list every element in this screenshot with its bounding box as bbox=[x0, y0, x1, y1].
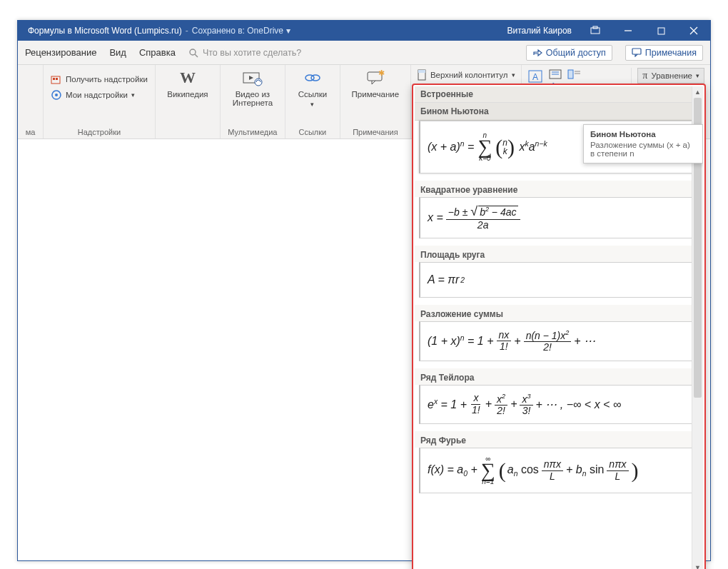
ribbon-display-button[interactable] bbox=[579, 21, 612, 41]
app-window: Формулы в Microsoft Word (Lumpics.ru) - … bbox=[17, 20, 711, 561]
svg-rect-11 bbox=[56, 78, 58, 80]
pi-icon: π bbox=[642, 70, 647, 81]
user-name[interactable]: Виталий Каиров bbox=[500, 26, 579, 36]
svg-rect-32 bbox=[568, 70, 573, 79]
minimize-button[interactable] bbox=[612, 21, 644, 41]
group-comments: Примечания bbox=[348, 128, 403, 139]
my-addins-icon bbox=[51, 89, 62, 101]
video-icon bbox=[243, 68, 263, 88]
equation-tooltip: Бином Ньютона Разложение суммы (x + a) в… bbox=[583, 124, 703, 163]
comments-button[interactable]: Примечания bbox=[625, 45, 703, 61]
tab-view[interactable]: Вид bbox=[109, 47, 126, 58]
tab-review[interactable]: Рецензирование bbox=[25, 47, 96, 58]
svg-point-12 bbox=[55, 94, 58, 96]
addins-icon bbox=[51, 74, 62, 85]
group-addins: Надстройки bbox=[51, 128, 148, 139]
equation-category: Ряд Фурье bbox=[415, 431, 703, 448]
group-links: Ссылки bbox=[293, 128, 333, 139]
get-addins-button[interactable]: Получить надстройки bbox=[51, 72, 148, 86]
equation-category: Площадь круга bbox=[415, 246, 703, 262]
equation-gallery: Встроенные Бином Ньютона (x + a)n = n∑k=… bbox=[412, 84, 706, 569]
ribbon-tabs: Рецензирование Вид Справка Что вы хотите… bbox=[18, 41, 710, 65]
equation-category: Ряд Тейлора bbox=[415, 368, 703, 385]
equation-item-quadratic[interactable]: x = −b ± √b2 − 4ac 2a bbox=[419, 197, 699, 238]
my-addins-button[interactable]: Мои надстройки ▾ bbox=[51, 88, 148, 102]
online-video-button[interactable]: Видео из Интернета bbox=[228, 68, 278, 107]
new-comment-icon: ✱ bbox=[365, 68, 385, 88]
group-media: Мультимедиа bbox=[228, 128, 278, 139]
equation-item-expansion[interactable]: (1 + x)n = 1 + nx1! + n(n − 1)x22! + ⋯ bbox=[419, 321, 699, 361]
equation-button[interactable]: π Уравнение ▾ bbox=[637, 68, 704, 84]
drop-cap-icon[interactable] bbox=[567, 69, 582, 79]
link-icon bbox=[303, 68, 323, 88]
equation-item-taylor[interactable]: ex = 1 + x1! + x22! + x33! + ⋯ , −∞ < x … bbox=[419, 385, 699, 424]
close-button[interactable] bbox=[677, 21, 710, 41]
comment-icon bbox=[632, 48, 642, 57]
equation-category: Квадратное уравнение bbox=[415, 181, 703, 197]
svg-rect-8 bbox=[632, 49, 641, 54]
chevron-down-icon: ▾ bbox=[286, 26, 290, 36]
quick-parts-icon[interactable] bbox=[549, 69, 563, 79]
equation-category: Разложение суммы bbox=[415, 305, 703, 321]
equation-category: Бином Ньютона bbox=[415, 103, 703, 121]
search-placeholder: Что вы хотите сделать? bbox=[203, 48, 301, 58]
equation-item-fourier[interactable]: f(x) = a0 + ∞∑n=1 ( an cos nπxL + bn sin… bbox=[419, 448, 699, 493]
header-button[interactable]: Верхний колонтитул▾ bbox=[417, 68, 515, 82]
scroll-down-icon[interactable]: ▼ bbox=[692, 562, 703, 569]
maximize-button[interactable] bbox=[644, 21, 677, 41]
save-location[interactable]: Сохранено в: OneDrive ▾ bbox=[192, 26, 290, 36]
svg-rect-21 bbox=[418, 70, 425, 73]
text-box-icon[interactable]: A bbox=[527, 69, 545, 85]
wikipedia-button[interactable]: W Википедия bbox=[163, 68, 213, 99]
gallery-header: Встроенные bbox=[415, 86, 703, 103]
links-button[interactable]: Ссылки ▾ bbox=[293, 68, 333, 108]
svg-rect-3 bbox=[658, 28, 664, 34]
document-title: Формулы в Microsoft Word (Lumpics.ru) bbox=[28, 26, 182, 36]
wikipedia-icon: W bbox=[178, 68, 198, 88]
page-header-icon bbox=[417, 69, 427, 81]
scroll-up-icon[interactable]: ▲ bbox=[692, 86, 703, 98]
svg-marker-14 bbox=[249, 76, 253, 80]
tab-help[interactable]: Справка bbox=[139, 47, 176, 58]
svg-point-17 bbox=[311, 75, 320, 81]
new-comment-button[interactable]: ✱ Примечание bbox=[348, 68, 403, 99]
tell-me-search[interactable]: Что вы хотите сделать? bbox=[188, 48, 301, 58]
group-label-cut: ма bbox=[25, 128, 36, 139]
share-icon bbox=[532, 48, 542, 57]
svg-point-6 bbox=[190, 49, 196, 55]
svg-rect-10 bbox=[53, 78, 55, 80]
svg-text:A: A bbox=[532, 72, 538, 82]
search-icon bbox=[188, 48, 198, 58]
svg-text:✱: ✱ bbox=[378, 70, 385, 77]
svg-line-7 bbox=[195, 54, 198, 57]
equation-item-circle-area[interactable]: A = πr2 bbox=[419, 262, 699, 298]
share-button[interactable]: Общий доступ bbox=[526, 45, 612, 61]
equation-item-binomial[interactable]: (x + a)n = n∑k=0 (nk) xkan−k Бином Ньюто… bbox=[419, 121, 699, 173]
titlebar: Формулы в Microsoft Word (Lumpics.ru) - … bbox=[18, 21, 710, 41]
